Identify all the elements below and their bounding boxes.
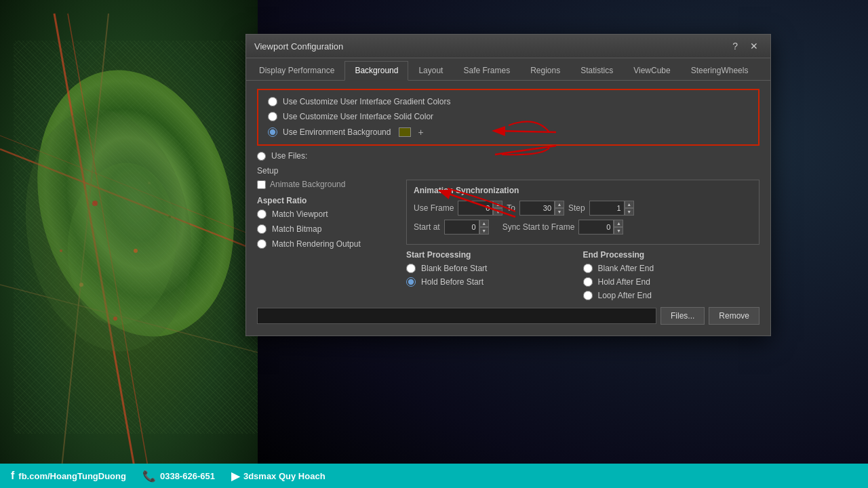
use-frame-label: Use Frame	[414, 203, 454, 213]
svg-line-4	[61, 14, 108, 474]
tab-regions[interactable]: Regions	[520, 61, 570, 80]
titlebar-controls: ? ✕	[728, 40, 762, 52]
use-frame-to-up[interactable]: ▲	[555, 201, 564, 208]
aspect-ratio-header: Aspect Ratio	[257, 196, 399, 205]
step-spinner[interactable]: ▲ ▼	[589, 201, 634, 216]
files-button[interactable]: Files...	[660, 307, 705, 325]
channel-text: 3dsmax Quy Hoach	[243, 471, 326, 481]
sync-label: Sync Start to Frame	[502, 222, 575, 232]
svg-point-14	[148, 182, 151, 184]
ep-option2-row[interactable]: Hold After End	[583, 277, 760, 287]
ep-option3-row[interactable]: Loop After End	[583, 291, 760, 300]
ep-option1-row[interactable]: Blank After End	[583, 264, 760, 273]
sp-option1-label: Blank Before Start	[421, 264, 487, 273]
step-input[interactable]	[589, 201, 625, 216]
tab-layout[interactable]: Layout	[408, 61, 453, 80]
start-at-up[interactable]: ▲	[479, 220, 489, 227]
youtube-icon: ▶	[231, 470, 239, 483]
svg-point-7	[61, 158, 183, 329]
dialog-title: Viewport Configuration	[254, 41, 343, 52]
option2-row[interactable]: Use Customize User Interface Solid Color	[268, 112, 749, 121]
step-label: Step	[568, 203, 585, 213]
use-frame-to-spinner[interactable]: ▲ ▼	[519, 201, 564, 216]
use-files-row: Use Files:	[257, 151, 760, 161]
ar-option2-row[interactable]: Match Bitmap	[257, 224, 399, 234]
ar-option2-label: Match Bitmap	[272, 224, 321, 234]
ep-option3-radio[interactable]	[583, 291, 593, 300]
start-at-spinner[interactable]: ▲ ▼	[444, 220, 489, 235]
close-button[interactable]: ✕	[746, 40, 762, 52]
svg-point-10	[79, 283, 83, 287]
tab-steeringwheels[interactable]: SteeringWheels	[681, 61, 759, 80]
svg-point-9	[134, 249, 138, 253]
tab-display-performance[interactable]: Display Performance	[249, 61, 344, 80]
setup-left: Animate Background Aspect Ratio Match Vi…	[257, 180, 406, 300]
option4-radio[interactable]	[257, 152, 266, 161]
use-frame-from-up[interactable]: ▲	[493, 201, 502, 208]
start-at-row: Start at ▲ ▼ Sync Start to Frame	[414, 220, 752, 235]
option3-row[interactable]: Use Environment Background +	[268, 127, 749, 138]
ar-option1-radio[interactable]	[257, 209, 267, 219]
setup-label: Setup	[257, 166, 760, 176]
color-swatch[interactable]	[399, 127, 411, 137]
plus-icon[interactable]: +	[418, 127, 423, 138]
viewport-config-dialog: Viewport Configuration ? ✕ Display Perfo…	[245, 34, 771, 336]
sp-option1-row[interactable]: Blank Before Start	[406, 264, 583, 273]
tab-background[interactable]: Background	[344, 61, 408, 81]
remove-button[interactable]: Remove	[709, 307, 760, 325]
help-button[interactable]: ?	[728, 40, 742, 52]
sync-up[interactable]: ▲	[614, 220, 623, 227]
svg-line-3	[0, 136, 258, 237]
ep-option2-label: Hold After End	[598, 277, 650, 287]
step-up[interactable]: ▲	[625, 201, 634, 208]
svg-line-2	[0, 149, 258, 251]
start-at-input[interactable]	[444, 220, 479, 235]
ep-option3-label: Loop After End	[598, 291, 652, 300]
sp-option2-radio[interactable]	[406, 277, 416, 287]
ar-option3-radio[interactable]	[257, 239, 267, 249]
end-processing-title: End Processing	[583, 250, 760, 260]
sync-spinner[interactable]: ▲ ▼	[578, 220, 623, 235]
use-frame-from-down[interactable]: ▼	[493, 208, 502, 216]
tab-safe-frames[interactable]: Safe Frames	[453, 61, 520, 80]
tab-bar: Display Performance Background Layout Sa…	[246, 58, 770, 81]
phone-text: 0338-626-651	[160, 471, 215, 481]
ar-option3-row[interactable]: Match Rendering Output	[257, 239, 399, 249]
sync-input[interactable]	[578, 220, 614, 235]
sp-option2-row[interactable]: Hold Before Start	[406, 277, 583, 287]
svg-point-11	[168, 216, 171, 218]
bottom-bar: f fb.com/HoangTungDuong 📞 0338-626-651 ▶…	[0, 464, 868, 488]
use-frame-to-input[interactable]	[519, 201, 555, 216]
option1-row[interactable]: Use Customize User Interface Gradient Co…	[268, 97, 749, 106]
ar-option1-label: Match Viewport	[272, 209, 328, 219]
use-frame-from-input[interactable]	[458, 201, 493, 216]
option2-radio[interactable]	[268, 112, 277, 121]
sync-down[interactable]: ▼	[614, 227, 623, 235]
svg-point-12	[113, 317, 117, 321]
option1-radio[interactable]	[268, 97, 277, 106]
option3-radio[interactable]	[268, 127, 277, 137]
use-frame-to-down[interactable]: ▼	[555, 208, 564, 216]
step-down[interactable]: ▼	[625, 208, 634, 216]
start-processing-title: Start Processing	[406, 250, 583, 260]
svg-point-6	[7, 96, 210, 365]
tab-viewcube[interactable]: ViewCube	[623, 61, 680, 80]
anim-sync-title: Animation Synchronization	[414, 186, 752, 195]
svg-point-13	[60, 249, 62, 252]
filepath-input[interactable]	[257, 308, 656, 324]
channel-item: ▶ 3dsmax Quy Hoach	[231, 470, 326, 483]
ep-option1-label: Blank After End	[598, 264, 654, 273]
aspect-ratio-group: Match Viewport Match Bitmap Match Render…	[257, 209, 399, 249]
tab-statistics[interactable]: Statistics	[570, 61, 623, 80]
ep-option2-radio[interactable]	[583, 277, 593, 287]
animate-background-label: Animate Background	[270, 180, 345, 189]
sp-option1-radio[interactable]	[406, 264, 416, 273]
animate-background-checkbox[interactable]	[257, 180, 266, 189]
start-at-down[interactable]: ▼	[479, 227, 489, 235]
use-frame-from-spinner[interactable]: ▲ ▼	[458, 201, 502, 216]
processing-area: Start Processing Blank Before Start Hold…	[406, 250, 760, 300]
option1-label: Use Customize User Interface Gradient Co…	[283, 97, 450, 106]
ar-option1-row[interactable]: Match Viewport	[257, 209, 399, 219]
ar-option2-radio[interactable]	[257, 224, 267, 234]
ep-option1-radio[interactable]	[583, 264, 593, 273]
